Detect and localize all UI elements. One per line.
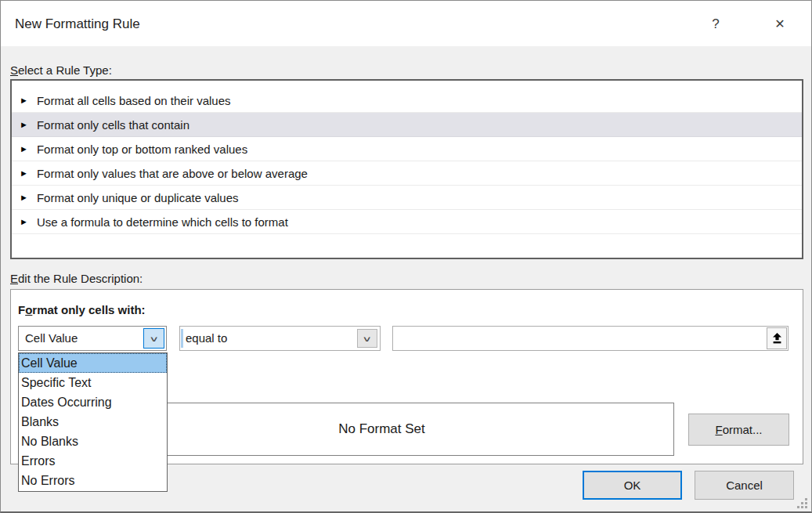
dropdown-option-dates-occurring[interactable]: Dates Occurring [19,392,167,412]
rule-type-item-label: Format only cells that contain [37,118,189,132]
select-rule-type-label: Select a Rule Type: [10,63,112,77]
help-button[interactable]: ? [701,11,731,38]
chevron-down-icon: ∨ [363,334,373,341]
caret-indicator [181,329,183,348]
ok-button[interactable]: OK [583,471,682,500]
rule-arrow-icon: ► [20,145,28,154]
cell-value-combobox[interactable]: Cell Value ∨ [18,326,167,351]
preview-text: No Format Set [338,421,425,437]
operand-dropdown-list: Cell Value Specific Text Dates Occurring… [18,352,168,492]
combobox-value: equal to [186,327,227,350]
rule-type-item-cells-that-contain[interactable]: ► Format only cells that contain [12,113,802,137]
dropdown-option-blanks[interactable]: Blanks [19,412,167,432]
rule-type-item-label: Use a formula to determine which cells t… [37,215,288,229]
combobox-dropdown-button[interactable]: ∨ [357,329,377,348]
page-title: New Formatting Rule [15,16,140,32]
rule-arrow-icon: ► [20,193,28,202]
value-input[interactable] [392,326,789,351]
rule-type-item-above-below-average[interactable]: ► Format only values that are above or b… [12,161,802,186]
rule-type-item-label: Format only unique or duplicate values [37,191,239,204]
rule-type-item-formula[interactable]: ► Use a formula to determine which cells… [12,210,802,234]
close-button[interactable]: ✕ [765,11,795,38]
rule-type-item-label: Format all cells based on their values [37,94,231,107]
rule-type-item-label: Format only top or bottom ranked values [37,143,247,156]
help-icon: ? [712,16,719,31]
rule-type-item-cell-values[interactable]: ► Format all cells based on their values [12,89,802,113]
dropdown-option-errors[interactable]: Errors [19,451,167,471]
rule-type-item-label: Format only values that are above or bel… [37,167,308,180]
title-bar[interactable]: New Formatting Rule ? ✕ [1,1,811,46]
dropdown-option-no-blanks[interactable]: No Blanks [19,432,167,451]
format-button[interactable]: Format... [688,414,789,446]
rule-type-item-unique-duplicate[interactable]: ► Format only unique or duplicate values [12,186,802,210]
rule-arrow-icon: ► [20,121,28,129]
combobox-value: Cell Value [25,327,78,350]
edit-rule-description-label: Edit the Rule Description: [10,272,143,285]
format-only-cells-with-label: Format only cells with: [18,303,146,316]
rule-arrow-icon: ► [20,218,28,226]
format-preview: No Format Set [89,403,674,456]
collapse-dialog-button[interactable] [767,327,787,349]
resize-grip-icon[interactable] [797,498,807,508]
rule-arrow-icon: ► [20,96,28,105]
collapse-dialog-icon [771,333,783,344]
operator-combobox[interactable]: equal to ∨ [179,326,381,351]
combobox-dropdown-button[interactable]: ∨ [143,328,164,349]
rule-type-listbox: ► Format all cells based on their values… [10,79,803,259]
chevron-down-icon: ∨ [149,334,159,341]
rule-arrow-icon: ► [20,169,28,178]
close-icon: ✕ [774,17,785,31]
new-formatting-rule-dialog: New Formatting Rule ? ✕ Select a Rule Ty… [0,0,812,513]
dropdown-option-cell-value[interactable]: Cell Value [19,353,167,373]
dropdown-option-specific-text[interactable]: Specific Text [19,373,167,392]
cancel-button[interactable]: Cancel [695,471,794,500]
rule-type-item-top-bottom[interactable]: ► Format only top or bottom ranked value… [12,137,802,161]
dropdown-option-no-errors[interactable]: No Errors [19,471,167,490]
